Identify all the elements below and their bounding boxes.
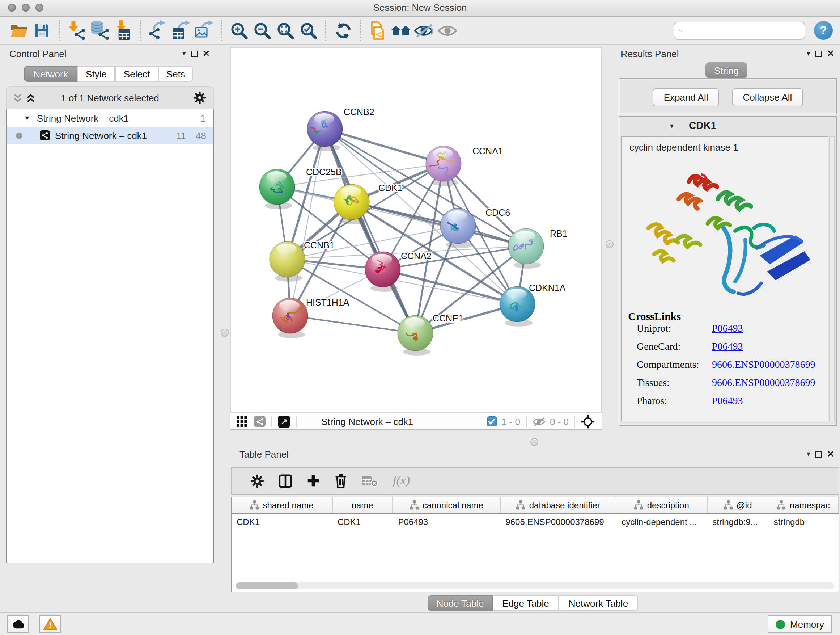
expand-all-button[interactable]: Expand All	[653, 88, 719, 106]
selected-checkbox-icon[interactable]	[487, 416, 497, 426]
node-RB1[interactable]	[508, 228, 544, 269]
window-zoom-button[interactable]	[35, 4, 43, 11]
warnings-button[interactable]	[39, 616, 61, 633]
entry-content: cyclin-dependent kinase 1	[622, 136, 829, 421]
column-header-database-identifier[interactable]: database identifier	[500, 497, 616, 513]
network-tree: ▼ String Network – cdk1 1 String Network…	[6, 109, 214, 563]
column-header-@id[interactable]: @id	[707, 497, 768, 513]
zoom-selected-button[interactable]	[297, 19, 320, 42]
column-header-name[interactable]: name	[332, 497, 393, 513]
results-scrollbar[interactable]	[829, 136, 835, 421]
birdseye-view-icon[interactable]: ↗	[278, 415, 290, 428]
panel-float-icon[interactable]	[191, 50, 197, 57]
column-header-namespac[interactable]: namespac	[769, 497, 838, 513]
column-header-shared-name[interactable]: shared name	[232, 497, 332, 513]
entry-collapse-icon[interactable]: ▾	[670, 122, 674, 130]
import-network-database-button[interactable]	[88, 19, 111, 42]
crosslink-value-link[interactable]: 9606.ENSP00000378699	[712, 359, 815, 371]
window-close-button[interactable]	[8, 4, 16, 11]
grid-view-icon[interactable]	[237, 416, 248, 427]
panel-menu-icon[interactable]: ▾	[807, 450, 810, 458]
node-CCNE1[interactable]	[398, 315, 433, 356]
delete-column-icon[interactable]	[334, 473, 347, 488]
application-window: Session: New Session	[0, 0, 840, 635]
network-canvas[interactable]: CCNB2CCNA1CDC25BCDK1CDC6RB1CCNB1CCNA2CDK…	[230, 47, 602, 413]
horizontal-splitter-handle[interactable]	[531, 438, 538, 446]
left-splitter-handle[interactable]	[221, 329, 229, 337]
crosslink-value-link[interactable]: 9606.ENSP00000378699	[712, 377, 815, 389]
node-label-CDC6: CDC6	[485, 207, 510, 218]
panel-close-icon[interactable]: ✕	[827, 49, 834, 58]
table-options-gear-icon[interactable]	[250, 474, 264, 488]
crosslink-label: Tissues:	[628, 377, 712, 389]
search-input[interactable]	[685, 25, 800, 36]
crosslink-value-link[interactable]: P06493	[712, 323, 743, 334]
table-cell: stringdb:9...	[707, 517, 768, 527]
crosshair-icon[interactable]	[581, 415, 595, 428]
show-columns-icon[interactable]	[279, 474, 292, 488]
tab-network-table[interactable]: Network Table	[559, 595, 638, 611]
node-CCNB1[interactable]	[270, 241, 305, 282]
panel-menu-icon[interactable]: ▾	[807, 50, 810, 57]
help-button[interactable]: ?	[814, 21, 833, 40]
network-graph[interactable]: CCNB2CCNA1CDC25BCDK1CDC6RB1CCNB1CCNA2CDK…	[231, 48, 601, 412]
edge-HIST1H1A-CCNE1	[290, 316, 415, 333]
left-splitter[interactable]	[218, 45, 230, 612]
tab-select[interactable]: Select	[115, 66, 158, 82]
table-hscrollbar[interactable]	[236, 582, 834, 589]
node-CCNA1[interactable]	[424, 146, 461, 186]
node-CCNB2[interactable]	[303, 111, 343, 151]
import-network-file-button[interactable]	[65, 19, 88, 42]
show-all-button[interactable]	[436, 19, 459, 42]
export-network-button[interactable]	[146, 19, 169, 42]
node-HIST1H1A[interactable]	[272, 298, 308, 338]
column-header-description[interactable]: description	[616, 497, 707, 513]
node-label-CCNE1: CCNE1	[433, 313, 463, 323]
tab-edge-table[interactable]: Edge Table	[493, 595, 559, 611]
tab-string[interactable]: String	[706, 62, 747, 78]
node-CCNA2[interactable]	[365, 252, 401, 292]
panel-close-icon[interactable]: ✕	[827, 450, 834, 458]
collapse-all-button[interactable]: Collapse All	[732, 88, 803, 106]
hierarchy-icon	[249, 500, 259, 510]
network-share-icon[interactable]	[254, 416, 265, 427]
tab-network[interactable]: Network	[24, 66, 77, 82]
zoom-in-button[interactable]	[227, 19, 250, 42]
panel-float-icon[interactable]	[815, 50, 822, 57]
refresh-layout-button[interactable]	[332, 19, 355, 42]
network-row-selected[interactable]: String Network – cdk1 11 48	[6, 127, 213, 144]
crosslink-value-link[interactable]: P06493	[712, 341, 743, 353]
tab-style[interactable]: Style	[77, 66, 115, 82]
tab-sets[interactable]: Sets	[158, 66, 193, 82]
home-networks-button[interactable]	[389, 19, 412, 42]
hide-selected-button[interactable]	[412, 19, 436, 42]
table-row[interactable]: CDK1CDK1P064939606.ENSP00000378699cyclin…	[232, 514, 838, 530]
open-session-button[interactable]	[7, 19, 30, 42]
panel-menu-icon[interactable]: ▾	[182, 50, 186, 57]
zoom-out-button[interactable]	[250, 19, 273, 42]
crosslink-value-link[interactable]: P06493	[712, 395, 743, 407]
export-table-button[interactable]	[169, 19, 193, 42]
table-hscrollbar-thumb[interactable]	[236, 582, 298, 589]
node-CDC25B[interactable]	[259, 169, 295, 209]
cloud-status-button[interactable]	[7, 616, 29, 633]
panel-close-icon[interactable]: ✕	[202, 49, 210, 58]
tab-node-table[interactable]: Node Table	[428, 595, 493, 611]
right-splitter-handle[interactable]	[606, 241, 614, 249]
delete-table-icon	[362, 474, 378, 487]
panel-float-icon[interactable]	[815, 451, 822, 457]
toolbar-search[interactable]	[674, 21, 805, 40]
import-table-button[interactable]	[111, 19, 134, 42]
export-image-button[interactable]	[193, 19, 216, 42]
tree-expand-icon[interactable]: ▼	[24, 114, 30, 122]
zoom-fit-button[interactable]	[273, 19, 297, 42]
memory-button[interactable]: Memory	[767, 616, 832, 633]
column-header-canonical-name[interactable]: canonical name	[393, 497, 500, 513]
save-session-button[interactable]	[30, 19, 54, 42]
network-collection-row[interactable]: ▼ String Network – cdk1 1	[6, 109, 213, 127]
window-minimize-button[interactable]	[22, 4, 30, 11]
add-column-icon[interactable]	[307, 474, 320, 487]
clone-network-button[interactable]	[366, 19, 389, 42]
search-icon	[679, 25, 682, 35]
network-options-gear-icon[interactable]	[193, 91, 206, 104]
